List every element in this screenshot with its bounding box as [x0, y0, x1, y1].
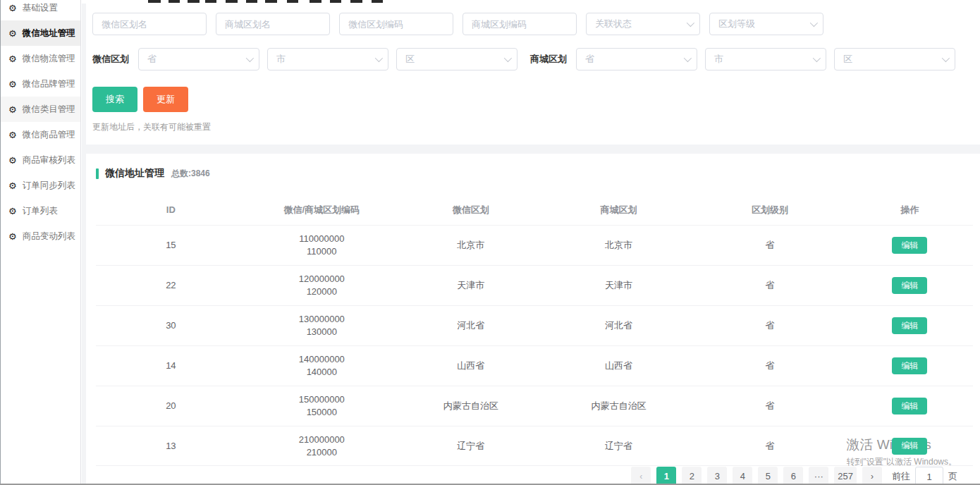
- update-button[interactable]: 更新: [143, 87, 188, 112]
- cell-wechat-region: 北京市: [398, 239, 544, 252]
- gear-icon: ⚙: [8, 4, 17, 13]
- sidebar-item[interactable]: ⚙微信物流管理: [1, 46, 80, 71]
- main-content: 关联状态区划等级 微信区划 省市区 商城区划 省市区 搜索 更新 更新地址后，关…: [82, 4, 980, 484]
- cell-id: 13: [96, 440, 246, 453]
- edit-button[interactable]: 编辑: [892, 357, 927, 374]
- cell-mall-region: 内蒙古自治区: [544, 400, 693, 412]
- chevron-down-icon: [375, 54, 383, 62]
- mall-code: 210000: [246, 446, 398, 459]
- chevron-down-icon: [687, 19, 694, 27]
- sidebar-item-label: 微信品牌管理: [23, 78, 75, 90]
- cell-actions: 编辑: [847, 317, 973, 334]
- chevron-down-icon: [246, 54, 254, 62]
- goto-page: 前往 页: [892, 467, 957, 485]
- sidebar-item[interactable]: ⚙订单同步列表: [1, 173, 80, 198]
- edit-button[interactable]: 编辑: [892, 438, 927, 455]
- cell-mall-region: 山西省: [544, 360, 693, 372]
- select-placeholder: 市: [714, 53, 723, 66]
- region-level-select[interactable]: 区划等级: [709, 13, 823, 35]
- cell-level: 省: [693, 360, 847, 372]
- page-button[interactable]: 1: [656, 467, 676, 485]
- chevron-down-icon: [810, 19, 818, 27]
- page-buttons: 123456···257: [654, 467, 859, 485]
- sidebar-item[interactable]: ⚙微信地址管理: [1, 20, 80, 46]
- page-ellipsis[interactable]: ···: [809, 467, 828, 485]
- column-header: 操作: [847, 204, 973, 216]
- page-button[interactable]: 6: [783, 467, 803, 485]
- goto-label: 前往: [892, 470, 910, 483]
- mall-code: 130000: [246, 326, 398, 338]
- section-title: 微信地址管理: [105, 167, 164, 180]
- chevron-down-icon: [942, 54, 950, 62]
- goto-page-input[interactable]: [915, 467, 943, 485]
- cell-codes: 120000000120000: [246, 273, 398, 298]
- cell-id: 22: [96, 279, 246, 292]
- edit-button[interactable]: 编辑: [892, 317, 927, 334]
- filter-row-inputs: 关联状态区划等级: [92, 13, 973, 35]
- page-unit-label: 页: [948, 470, 957, 483]
- chevron-down-icon: [813, 54, 821, 62]
- sidebar-item-label: 订单列表: [23, 205, 58, 217]
- page-button[interactable]: 257: [834, 467, 857, 485]
- sidebar-item[interactable]: ⚙商品变动列表: [1, 223, 80, 249]
- filter-panel: 关联状态区划等级 微信区划 省市区 商城区划 省市区 搜索 更新 更新地址后，关…: [86, 4, 980, 145]
- table-panel: 微信地址管理 总数:3846 ID微信/商城区划编码微信区划商城区划区划级别操作…: [86, 154, 980, 485]
- page-button[interactable]: 2: [682, 467, 702, 485]
- wechat-region-name-input[interactable]: [92, 13, 207, 35]
- edit-button[interactable]: 编辑: [892, 237, 927, 254]
- section-header: 微信地址管理 总数:3846: [96, 167, 973, 180]
- select-placeholder: 区: [843, 53, 852, 66]
- column-header: 商城区划: [544, 204, 693, 216]
- cell-actions: 编辑: [847, 357, 973, 374]
- prev-page-button[interactable]: ‹: [631, 467, 651, 485]
- wechat-region-code-input[interactable]: [339, 13, 453, 35]
- section-gap: [86, 145, 980, 154]
- mall-region-label: 商城区划: [530, 53, 567, 66]
- table-body: 15110000000110000北京市北京市省编辑22120000000120…: [96, 225, 973, 466]
- sidebar-item-label: 商品审核列表: [23, 154, 75, 166]
- next-page-button[interactable]: ›: [862, 467, 882, 485]
- edit-button[interactable]: 编辑: [892, 277, 927, 294]
- cell-codes: 210000000210000: [246, 434, 398, 459]
- table-row: 13210000000210000辽宁省辽宁省省编辑: [96, 426, 973, 466]
- search-button[interactable]: 搜索: [92, 87, 137, 112]
- mall-code: 120000: [246, 286, 398, 298]
- sidebar-item[interactable]: ⚙商品审核列表: [1, 147, 80, 173]
- sidebar-item-label: 微信类目管理: [23, 104, 75, 116]
- sidebar-item-label: 商品变动列表: [23, 231, 75, 242]
- cell-level: 省: [693, 400, 847, 412]
- column-header: ID: [96, 204, 246, 216]
- cell-codes: 150000000150000: [246, 393, 398, 419]
- total-count: 总数:3846: [171, 168, 210, 180]
- mall-region-select-1[interactable]: 市: [705, 48, 826, 70]
- mall-region-select-2[interactable]: 区: [834, 48, 955, 70]
- link-status-select[interactable]: 关联状态: [586, 13, 700, 35]
- mall-region-name-input[interactable]: [216, 13, 330, 35]
- sidebar-item[interactable]: ⚙订单列表: [1, 198, 80, 223]
- chevron-down-icon: [684, 54, 692, 62]
- sidebar-item[interactable]: ⚙微信类目管理: [1, 97, 80, 122]
- cell-mall-region: 辽宁省: [544, 440, 693, 453]
- edit-button[interactable]: 编辑: [892, 398, 927, 415]
- sidebar-item[interactable]: ⚙微信品牌管理: [1, 71, 80, 97]
- mall-region-code-input[interactable]: [463, 13, 577, 35]
- cell-mall-region: 河北省: [544, 319, 693, 332]
- cell-level: 省: [693, 239, 847, 252]
- cell-level: 省: [693, 319, 847, 332]
- select-placeholder: 省: [147, 53, 157, 66]
- page-button[interactable]: 4: [733, 467, 752, 485]
- page-button[interactable]: 3: [707, 467, 727, 485]
- cell-codes: 110000000110000: [246, 233, 398, 258]
- wechat-region-select-1[interactable]: 市: [267, 48, 388, 70]
- sidebar-item[interactable]: ⚙微信商品管理: [1, 122, 80, 147]
- wechat-region-select-2[interactable]: 区: [396, 48, 517, 70]
- mall-region-selects: 省市区: [576, 48, 955, 70]
- cell-wechat-region: 辽宁省: [398, 440, 544, 453]
- table-row: 15110000000110000北京市北京市省编辑: [96, 225, 973, 265]
- wechat-code: 120000000: [246, 273, 398, 286]
- mall-region-select-0[interactable]: 省: [576, 48, 697, 70]
- page-button[interactable]: 5: [758, 467, 778, 485]
- wechat-region-select-0[interactable]: 省: [138, 48, 259, 70]
- table-row: 22120000000120000天津市天津市省编辑: [96, 265, 973, 305]
- sidebar-item[interactable]: ⚙基础设置: [1, 0, 80, 20]
